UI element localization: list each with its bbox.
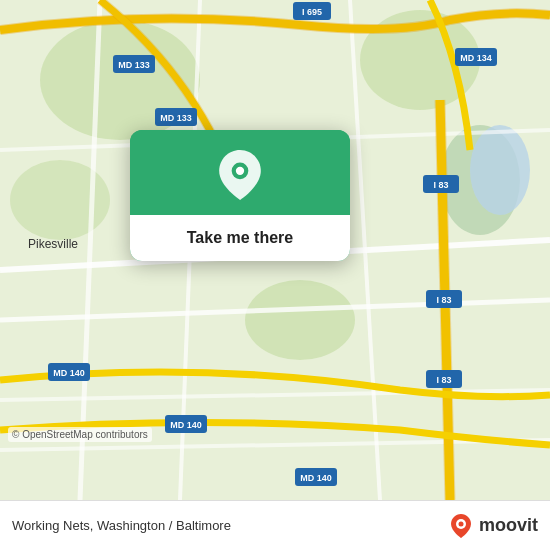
- location-label: Working Nets, Washington / Baltimore: [12, 518, 231, 533]
- location-pin-icon: [215, 150, 265, 200]
- take-me-there-button[interactable]: Take me there: [130, 215, 350, 261]
- copyright-text: © OpenStreetMap contributors: [8, 427, 152, 442]
- moovit-brand-text: moovit: [479, 515, 538, 536]
- svg-point-39: [458, 521, 463, 526]
- svg-text:I 695: I 695: [302, 7, 322, 17]
- svg-text:MD 133: MD 133: [160, 113, 192, 123]
- svg-text:MD 140: MD 140: [300, 473, 332, 483]
- map-container: I 695 MD 133 MD 133 MD 134 I 83 I 83 I 8…: [0, 0, 550, 500]
- svg-text:MD 134: MD 134: [460, 53, 492, 63]
- bottom-bar: Working Nets, Washington / Baltimore moo…: [0, 500, 550, 550]
- popup-top: [130, 130, 350, 215]
- svg-text:I 83: I 83: [433, 180, 448, 190]
- svg-text:I 83: I 83: [436, 375, 451, 385]
- svg-text:MD 140: MD 140: [53, 368, 85, 378]
- svg-text:MD 133: MD 133: [118, 60, 150, 70]
- svg-point-37: [236, 167, 244, 175]
- svg-point-4: [245, 280, 355, 360]
- svg-text:I 83: I 83: [436, 295, 451, 305]
- popup-card: Take me there: [130, 130, 350, 261]
- svg-text:MD 140: MD 140: [170, 420, 202, 430]
- svg-point-6: [470, 125, 530, 215]
- moovit-pin-icon: [447, 512, 475, 540]
- svg-text:Pikesville: Pikesville: [28, 237, 78, 251]
- moovit-logo: moovit: [447, 512, 538, 540]
